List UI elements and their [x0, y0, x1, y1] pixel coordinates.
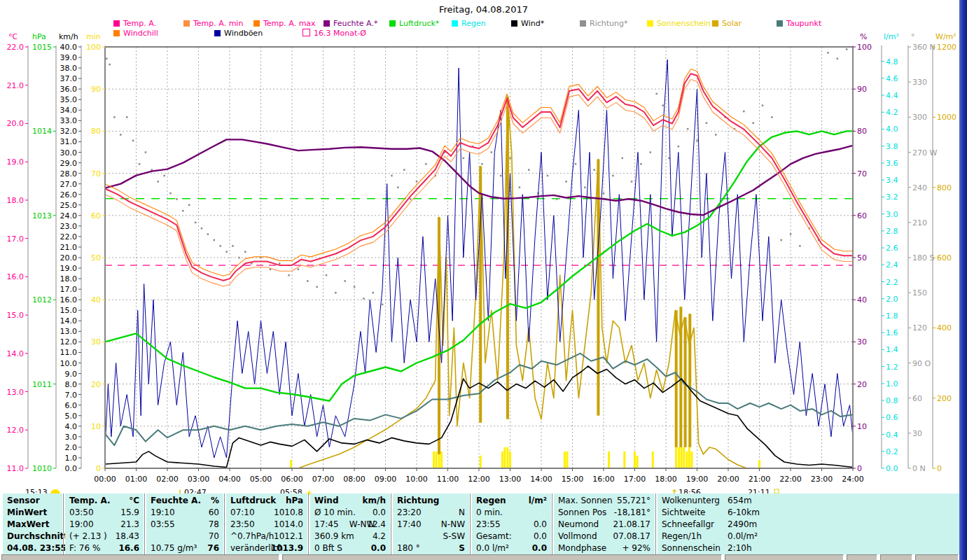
wind-axis-label: 30.0 — [60, 148, 78, 158]
sunshine-bar — [440, 451, 443, 468]
weather-day-chart[interactable]: 11.012.013.014.015.016.017.018.019.020.0… — [0, 0, 967, 498]
rain-axis-label: 1.4 — [886, 345, 898, 354]
statusbar-segment — [847, 554, 877, 560]
direction-dot — [631, 181, 633, 183]
x-label: 07:00 — [312, 475, 335, 484]
table-cell: 15.9 — [120, 507, 139, 519]
temp-axis-label: 18.0 — [7, 196, 25, 205]
table-cell: 1013.9 — [271, 542, 303, 554]
wind-axis-label: 21.0 — [60, 243, 78, 252]
extra-info-column: Wolkenunterg654mSichtweite6-10kmSchneefa… — [658, 493, 961, 554]
pressure-axis-label: 1012 — [32, 295, 52, 304]
wind-axis-label: 35.0 — [60, 95, 78, 104]
direction-axis-header: ° — [911, 32, 915, 41]
table-row: 03:5015.9 — [65, 507, 144, 519]
table-row: Ø 10 min.0.0 — [310, 507, 390, 519]
pressure-axis-label: 1014 — [32, 127, 52, 136]
table-cell: 12.4 — [367, 519, 386, 531]
table-divider — [655, 493, 656, 554]
wind-axis-label: 22.0 — [60, 232, 78, 241]
table-row: 0 Bft S0.0 — [310, 542, 390, 554]
table-cell: MaxWert — [7, 519, 49, 531]
weather-station-app: Freitag, 04.08.2017 Temp. A.Temp. A. min… — [0, 0, 967, 560]
x-label: 01:00 — [125, 475, 148, 484]
temp-axis-label: 13.0 — [7, 388, 25, 397]
table-row: Regen/1h0.0l/m² — [658, 531, 961, 542]
direction-dot — [547, 175, 549, 177]
direction-dot — [696, 140, 698, 142]
solar-spike-bar — [688, 314, 691, 447]
direction-dot — [612, 175, 614, 177]
x-label: 08:00 — [343, 475, 366, 484]
solar-axis-label: 200 — [937, 394, 952, 403]
wind-axis-label: 7.0 — [65, 391, 78, 400]
sunshine-axis-header: min — [86, 32, 101, 41]
table-row: MinWert — [3, 507, 62, 519]
sunshine-bar — [681, 447, 683, 468]
rain-axis-label: 1.6 — [886, 328, 898, 337]
rain-axis-label: 3.2 — [886, 192, 898, 202]
pressure-axis-label: 1011 — [32, 380, 52, 389]
humidity-axis-label: 0 — [857, 464, 862, 473]
table-cell: Neumond — [558, 519, 599, 531]
table-row: S-SW — [393, 531, 469, 542]
table-cell: 1010.8 — [274, 507, 303, 519]
table-cell: 07:10 — [230, 507, 255, 519]
statusbar-segment — [1, 554, 279, 560]
direction-axis-label: 150 — [912, 288, 927, 298]
wind-axis-label: 0.0 — [65, 464, 78, 473]
table-row: 04.08. 23:55 — [3, 542, 62, 554]
table-cell: Sichtweite — [662, 507, 705, 519]
direction-axis-label: 180 S — [912, 253, 934, 262]
x-label: 20:00 — [717, 475, 739, 484]
table-row: Feuchte A.% — [146, 495, 223, 507]
sunshine-bar — [690, 451, 693, 468]
table-cell: 2490m — [728, 519, 757, 531]
statusbar-segment — [915, 554, 959, 560]
x-label: 14:00 — [530, 475, 552, 484]
table-cell: °C — [129, 495, 139, 507]
table-cell: hPa — [286, 495, 303, 507]
direction-axis-label: 60 — [912, 394, 922, 403]
sunshine-bar — [436, 451, 438, 468]
rain-axis-header: l/m² — [884, 32, 899, 41]
humidity-axis-label: 100 — [857, 43, 872, 52]
table-cell: 0 Bft S — [314, 542, 342, 554]
direction-dot — [288, 274, 290, 276]
direction-dot — [344, 280, 346, 282]
wind-axis-label: 1.0 — [65, 454, 78, 463]
direction-dot — [650, 151, 652, 153]
sensor-column: SensorMinWertMaxWertDurchschnitt04.08. 2… — [3, 493, 62, 554]
direction-axis-label: 120 — [912, 323, 927, 332]
direction-dot — [354, 286, 356, 288]
table-row: Vollmond07.08.17 — [554, 531, 655, 542]
wind-axis-label: 20.0 — [60, 253, 78, 262]
direction-dot — [565, 181, 567, 183]
table-cell: 1014.0 — [274, 519, 303, 531]
table-divider — [391, 493, 391, 554]
sunshine-bar — [683, 447, 685, 468]
table-row: 23:20N — [393, 507, 469, 519]
x-label: 06:00 — [281, 475, 303, 484]
direction-dot — [584, 186, 586, 188]
sunshine-bar — [290, 460, 292, 468]
table-row: 03:5578 — [146, 519, 223, 531]
table-cell: Schneefallgr — [662, 519, 714, 531]
wind-axis-label: 33.0 — [60, 116, 78, 125]
table-cell: 0.0 — [532, 542, 547, 554]
table-cell: Richtung — [397, 495, 439, 507]
solar-axis-header: W/m² — [935, 32, 956, 41]
humidity-axis-label: 90 — [857, 85, 867, 94]
rain-axis-label: 1.8 — [886, 312, 898, 321]
table-cell: 03:50 — [69, 507, 94, 519]
table-cell: 23:50 — [230, 519, 255, 531]
humidity-axis-label: 80 — [857, 127, 867, 136]
humidity-axis-label: 20 — [857, 380, 867, 389]
table-cell: Feuchte A. — [151, 495, 201, 507]
table-cell: Gesamt: — [476, 531, 512, 542]
direction-dot — [481, 163, 483, 165]
direction-dot — [715, 134, 717, 136]
humidity-axis-label: 50 — [857, 253, 867, 262]
sunshine-bar — [506, 447, 508, 468]
table-cell: 18.43 — [116, 531, 139, 542]
